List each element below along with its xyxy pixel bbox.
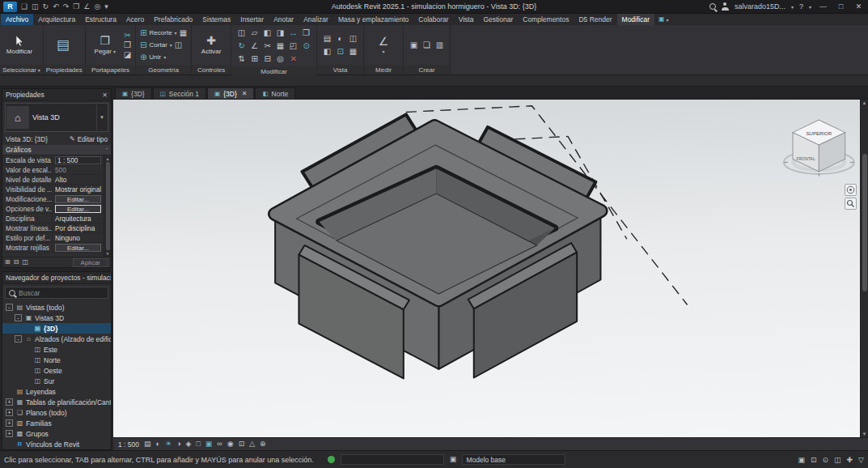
close-icon[interactable]: ✕ bbox=[242, 90, 248, 97]
panel-label-vista[interactable]: Vista bbox=[317, 65, 363, 74]
value-cell[interactable]: 1 : 500 bbox=[55, 156, 101, 164]
modify-tool-button[interactable]: Modificar bbox=[4, 35, 35, 55]
print-icon[interactable]: ❐ bbox=[73, 3, 79, 11]
tab-arquitectura[interactable]: Arquitectura bbox=[33, 14, 80, 25]
caret-down-icon[interactable]: ▾ bbox=[791, 4, 794, 10]
panel-label-geometria[interactable]: Geometría bbox=[136, 65, 191, 74]
copy-icon[interactable]: ❐ bbox=[303, 29, 310, 37]
model-geometry[interactable] bbox=[275, 114, 600, 378]
tab-estructura[interactable]: Estructura bbox=[80, 14, 121, 25]
array-icon[interactable]: ▦ bbox=[277, 42, 284, 50]
tab-complementos[interactable]: Complementos bbox=[518, 14, 574, 25]
trim-extend-icon[interactable]: ∠ bbox=[251, 42, 258, 50]
create-parts-icon[interactable]: ❏ bbox=[423, 41, 430, 49]
scroll-down-icon[interactable]: ▼ bbox=[106, 251, 110, 256]
undo-icon[interactable]: ↶ bbox=[53, 3, 59, 11]
delete-icon[interactable]: ✕ bbox=[290, 55, 296, 63]
close-button[interactable]: ✕ bbox=[853, 2, 865, 11]
maximize-button[interactable]: □ bbox=[835, 2, 847, 11]
search-input[interactable] bbox=[19, 289, 104, 297]
tag-icon[interactable]: ◎ bbox=[94, 3, 100, 11]
beam-joins-icon[interactable]: ◫ bbox=[175, 41, 182, 49]
expander-icon[interactable]: - bbox=[15, 335, 22, 342]
properties-options-icon[interactable]: ◫ bbox=[22, 259, 28, 266]
search-icon[interactable] bbox=[709, 3, 716, 10]
save-icon[interactable]: ◫ bbox=[32, 3, 39, 11]
apply-button[interactable]: Aplicar bbox=[73, 258, 108, 267]
drag-on-selection-toggle[interactable]: ✚ bbox=[847, 456, 853, 464]
scale-button[interactable]: 1 : 500 bbox=[118, 440, 139, 449]
tab-masa-y-emplazamiento[interactable]: Masa y emplazamiento bbox=[333, 14, 413, 25]
panel-label-crear[interactable]: Crear bbox=[404, 65, 450, 74]
modify-state-chip[interactable]: ▣ ▾ bbox=[654, 14, 673, 25]
collapse-icon[interactable]: ˆ bbox=[106, 147, 108, 153]
temporary-hide-icon[interactable]: ∞ bbox=[217, 440, 222, 448]
thin-lines-icon[interactable]: ◐ bbox=[338, 35, 343, 43]
select-pinned-toggle[interactable]: ⊙ bbox=[822, 456, 828, 464]
tab-anotar[interactable]: Anotar bbox=[269, 14, 299, 25]
expander-icon[interactable]: + bbox=[6, 398, 13, 406]
property-row[interactable]: Escala de vista1 : 500 bbox=[2, 155, 104, 165]
copy-to-clipboard-icon[interactable]: ❐ bbox=[124, 41, 131, 49]
account-name[interactable]: salvarado15D... bbox=[735, 2, 785, 11]
cut-to-clipboard-icon[interactable]: ✂ bbox=[124, 32, 130, 40]
view-tab-norte[interactable]: ◧Norte bbox=[255, 87, 295, 99]
3d-viewport[interactable]: SUPERIOR FRONTAL ▲ bbox=[113, 99, 868, 437]
view-tab-3d-other[interactable]: ▣{3D} bbox=[115, 87, 152, 99]
minimize-button[interactable]: — bbox=[817, 2, 829, 11]
crop-view-icon[interactable]: □ bbox=[196, 440, 200, 448]
paste-button[interactable]: ❐ Pegar▾ bbox=[90, 35, 121, 55]
property-row[interactable]: Mostrar líneas...Por disciplina bbox=[2, 223, 104, 233]
measure-icon[interactable]: ∠ bbox=[83, 3, 90, 11]
analytical-model-icon[interactable]: △ bbox=[249, 440, 255, 448]
wall-joins-icon[interactable]: ▦ bbox=[180, 29, 187, 37]
show-hidden-lines-icon[interactable]: ◫ bbox=[349, 35, 357, 43]
panel-label-seleccionar[interactable]: Seleccionar▾ bbox=[0, 65, 43, 74]
panel-label-medir[interactable]: Medir bbox=[364, 65, 403, 74]
offset-icon[interactable]: ▱ bbox=[252, 29, 258, 37]
browser-search[interactable] bbox=[5, 287, 108, 299]
visibility-graphics-icon[interactable]: ▤ bbox=[324, 35, 331, 43]
measure-button[interactable]: ∠ ▾ bbox=[368, 36, 399, 54]
caret-down-icon[interactable]: ▾ bbox=[809, 4, 811, 10]
view-tab-seccion-1[interactable]: ◫Sección 1 bbox=[153, 87, 206, 99]
design-options-icon[interactable]: ▣ bbox=[450, 456, 457, 463]
create-assembly-icon[interactable]: ▥ bbox=[436, 41, 443, 49]
view-tab-3d-active[interactable]: ▣{3D}✕ bbox=[207, 87, 254, 99]
scroll-up-icon[interactable]: ▲ bbox=[106, 156, 110, 161]
select-links-toggle[interactable]: ▣ bbox=[798, 456, 805, 464]
edit-button[interactable]: Editar... bbox=[55, 195, 101, 203]
redo-icon[interactable]: ↷ bbox=[63, 3, 70, 11]
tab-acero[interactable]: Acero bbox=[121, 14, 149, 25]
property-row[interactable]: Modificacione...Editar... bbox=[2, 194, 104, 204]
edit-button[interactable]: Editar... bbox=[55, 205, 101, 213]
cut-icon[interactable]: ⊟ bbox=[264, 55, 270, 63]
type-selector[interactable]: ⌂ Vista 3D ▼ bbox=[5, 103, 108, 132]
tab-sistemas[interactable]: Sistemas bbox=[197, 14, 235, 25]
properties-options-icon[interactable]: ⊟ bbox=[14, 259, 19, 266]
panel-label-portapapeles[interactable]: Portapapeles bbox=[86, 65, 135, 74]
help-button[interactable]: ? bbox=[799, 2, 803, 11]
match-type-icon[interactable]: ◪ bbox=[124, 51, 131, 59]
cut-button[interactable]: ⊟Cortar▾◫ bbox=[140, 40, 187, 51]
steering-wheel-icon[interactable] bbox=[845, 184, 857, 196]
edit-button[interactable]: Editar... bbox=[55, 244, 101, 252]
view-cube[interactable]: SUPERIOR FRONTAL bbox=[784, 120, 854, 177]
panel-label-controles[interactable]: Controles bbox=[192, 65, 231, 74]
open-icon[interactable]: ❏ bbox=[21, 3, 28, 11]
edit-type-button[interactable]: ✎Editar tipo bbox=[70, 135, 108, 143]
join-button[interactable]: ⊕Unir▾ bbox=[140, 52, 187, 63]
expander-icon[interactable]: + bbox=[6, 409, 13, 416]
expander-icon[interactable]: - bbox=[15, 314, 22, 321]
close-icon[interactable]: ✕ bbox=[102, 91, 108, 99]
activate-controls-button[interactable]: ✚ Activar bbox=[196, 35, 227, 55]
tree-item-vinculos[interactable]: RVínculos de Revit bbox=[2, 439, 111, 449]
switch-windows-icon[interactable]: ▦ bbox=[349, 48, 357, 56]
move-icon[interactable]: ↔ bbox=[290, 29, 298, 37]
tree-item-sur[interactable]: ◫Sur bbox=[2, 376, 111, 386]
property-row[interactable]: Mostrar rejillasEditar... bbox=[2, 243, 104, 253]
properties-palette-header[interactable]: Propiedades ✕ bbox=[2, 89, 111, 101]
tab-gestionar[interactable]: Gestionar bbox=[478, 14, 518, 25]
property-row[interactable]: Estilo por def...Ninguno bbox=[2, 233, 104, 243]
tree-item-norte[interactable]: ◫Norte bbox=[2, 355, 111, 365]
